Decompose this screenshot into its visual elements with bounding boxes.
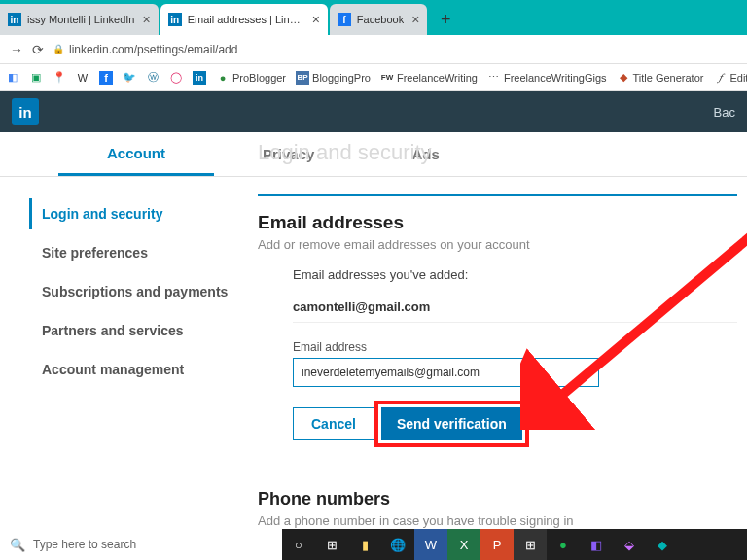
cancel-button[interactable]: Cancel [293,407,374,440]
sidebar-item-account-mgmt[interactable]: Account management [29,354,248,385]
app-icon[interactable]: ⬙ [613,529,646,560]
lock-icon: 🔒 [53,44,64,54]
forward-icon[interactable]: → [6,39,27,60]
email-input[interactable] [293,358,599,387]
explorer-icon[interactable]: ▮ [348,529,381,560]
email-section-sub: Add or remove email addresses on your ac… [258,237,737,252]
linkedin-favicon: in [168,13,182,26]
app-icon[interactable]: ◧ [580,529,613,560]
back-link[interactable]: Bac [714,105,735,120]
linkedin-header: in Bac [0,91,747,132]
settings-sidebar: Login and security Site preferences Subs… [0,177,248,528]
annotation-highlight: Send verification [374,401,529,447]
close-icon[interactable]: × [312,12,320,27]
bookmark-item[interactable]: BPBloggingPro [296,71,371,85]
new-tab-button[interactable]: + [433,7,458,32]
bookmark-item[interactable]: in [193,71,206,85]
bookmarks-bar: ◧ ▣ 📍 W f 🐦 ⓦ ◯ in ●ProBlogger BPBloggin… [0,64,747,91]
address-bar: → ⟳ 🔒 linkedin.com/psettings/email/add [0,35,747,64]
bookmark-item[interactable]: ▣ [29,71,43,85]
powerpoint-icon[interactable]: P [480,529,514,560]
existing-email: camontelli@gmail.com [293,292,737,323]
section-divider [258,194,737,196]
taskview-icon[interactable]: ⊞ [315,529,348,560]
taskbar-icons: ○ ⊞ ▮ 🌐 W X P ⊞ ● ◧ ⬙ ◆ [282,529,679,560]
search-placeholder: Type here to search [33,538,136,551]
tab-title: Email addresses | LinkedIn [188,14,304,25]
sidebar-item-site-prefs[interactable]: Site preferences [29,237,248,268]
bookmark-item[interactable]: W [76,71,89,85]
sidebar-item-subscriptions[interactable]: Subscriptions and payments [29,276,248,307]
app-icon[interactable]: ◆ [646,529,679,560]
tab-account[interactable]: Account [58,132,214,176]
taskbar-search[interactable]: 🔍 Type here to search [0,529,282,560]
added-emails-label: Email addresses you've added: [293,267,737,282]
divider [258,472,737,473]
word-icon[interactable]: W [414,529,447,560]
browser-tab[interactable]: f Facebook × [330,4,428,35]
linkedin-favicon: in [8,13,21,26]
search-icon: 🔍 [10,538,25,552]
browser-tabstrip: in issy Montelli | LinkedIn × in Email a… [0,0,747,35]
content-area: Login and security Site preferences Subs… [0,177,747,528]
excel-icon[interactable]: X [447,529,480,560]
bookmark-item[interactable]: ◯ [169,71,183,85]
url-text[interactable]: 🔒 linkedin.com/psettings/email/add [53,43,237,56]
facebook-favicon: f [338,13,351,26]
email-field-label: Email address [293,340,737,354]
bookmark-item[interactable]: ◆Title Generator [617,71,704,85]
reload-icon[interactable]: ⟳ [27,39,49,60]
tab-title: Facebook [357,14,404,25]
browser-tab[interactable]: in issy Montelli | LinkedIn × [0,4,159,35]
browser-tab-active[interactable]: in Email addresses | LinkedIn × [160,4,328,35]
tab-title: issy Montelli | LinkedIn [27,14,134,25]
phone-section-sub: Add a phone number in case you have trou… [258,513,737,528]
bookmark-item[interactable]: ⓦ [146,71,160,85]
bookmark-item[interactable]: ⋯FreelanceWritingGigs [487,71,607,85]
phone-section-title: Phone numbers [258,489,737,509]
bookmark-item[interactable]: 📍 [53,71,66,85]
bookmark-item[interactable]: f [99,71,113,85]
linkedin-logo[interactable]: in [12,98,39,125]
chrome-icon[interactable]: 🌐 [381,529,414,560]
bookmark-item[interactable]: 𝑓Editorial [713,71,747,85]
main-panel: Login and security Email addresses Add o… [248,177,747,528]
close-icon[interactable]: × [411,12,419,27]
section-heading-ghost: Login and security [258,140,432,165]
bookmark-item[interactable]: FWFreelanceWriting [380,71,478,85]
bookmark-item[interactable]: ●ProBlogger [216,71,286,85]
sidebar-item-partners[interactable]: Partners and services [29,315,248,346]
cortana-icon[interactable]: ○ [282,529,315,560]
calculator-icon[interactable]: ⊞ [514,529,547,560]
sidebar-item-login-security[interactable]: Login and security [29,198,248,229]
windows-taskbar: 🔍 Type here to search ○ ⊞ ▮ 🌐 W X P ⊞ ● … [0,529,747,560]
spotify-icon[interactable]: ● [547,529,580,560]
send-verification-button[interactable]: Send verification [381,407,522,440]
bookmark-item[interactable]: ◧ [6,71,19,85]
email-section-title: Email addresses [258,212,737,233]
bookmark-item[interactable]: 🐦 [123,71,136,85]
close-icon[interactable]: × [142,12,150,27]
